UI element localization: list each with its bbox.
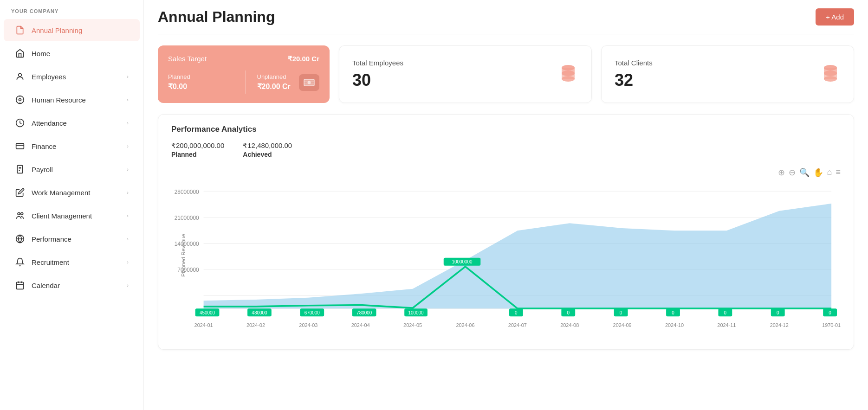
svg-text:14000000: 14000000 [175,241,199,247]
card-icon [15,141,25,151]
svg-text:2024-06: 2024-06 [456,322,474,328]
sidebar-label-performance: Performance [32,235,120,243]
svg-text:1970-01: 1970-01 [822,322,841,328]
svg-point-0 [19,73,22,77]
svg-text:2024-12: 2024-12 [770,322,789,328]
zoom-in-icon[interactable]: ⊕ [778,167,785,178]
sidebar: YOUR COMPANY Annual Planning Home Employ… [0,0,144,410]
planned-value: ₹0.00 [168,82,231,91]
sidebar-label-attendance: Attendance [32,119,120,127]
main-header: Annual Planning + Add [158,0,854,34]
planned-stat-label: Planned [171,151,224,158]
clients-db-icon [820,62,841,87]
svg-text:28000000: 28000000 [175,188,199,195]
chart-controls: ⊕ ⊖ 🔍 ✋ ⌂ ≡ [171,167,841,178]
sidebar-item-home[interactable]: Home [4,42,140,64]
sales-unplanned-section: Unplanned ₹20.00 Cr [253,73,320,91]
svg-point-25 [562,76,575,82]
chevron-icon-human-resource: › [127,97,129,102]
sales-divider [246,70,246,94]
total-employees-card: Total Employees 30 [339,45,592,103]
home-reset-icon[interactable]: ⌂ [827,167,832,178]
total-clients-card: Total Clients 32 [601,45,854,103]
performance-chart: 28000000 21000000 14000000 7000000 Plann… [171,181,841,339]
chevron-icon-client-management: › [127,213,129,218]
svg-rect-13 [17,282,24,289]
achieved-stat: ₹12,480,000.00 Achieved [243,141,292,158]
svg-text:21000000: 21000000 [175,215,199,221]
svg-text:0: 0 [829,310,831,315]
svg-text:0: 0 [777,310,779,315]
planned-stat-value: ₹200,000,000.00 [171,141,224,150]
svg-text:2024-10: 2024-10 [665,322,684,328]
sales-target-title: Sales Target [168,55,207,63]
sidebar-item-employees[interactable]: Employees › [4,65,140,88]
sidebar-item-work-management[interactable]: Work Management › [4,181,140,204]
planned-label: Planned [168,73,231,80]
sidebar-item-calendar[interactable]: Calendar › [4,274,140,296]
sidebar-item-annual-planning[interactable]: Annual Planning [4,19,140,41]
total-employees-value: 30 [352,70,403,90]
sidebar-label-work-management: Work Management [32,189,120,197]
svg-text:100000: 100000 [408,310,423,315]
svg-text:2024-03: 2024-03 [299,322,317,328]
svg-point-2 [19,99,21,101]
svg-text:0: 0 [515,310,518,315]
sidebar-item-attendance[interactable]: Attendance › [4,112,140,134]
sidebar-item-payroll[interactable]: Payroll › [4,158,140,180]
sidebar-label-home: Home [32,50,129,58]
achieved-stat-value: ₹12,480,000.00 [243,141,292,150]
sidebar-item-performance[interactable]: Performance › [4,228,140,250]
person-group-icon [15,211,25,221]
svg-point-30 [824,76,837,82]
main-content: Annual Planning + Add Sales Target ₹20.0… [144,0,868,410]
sales-card-header: Sales Target ₹20.00 Cr [168,55,319,63]
sidebar-label-payroll: Payroll [32,166,120,173]
chevron-icon-employees: › [127,74,129,79]
svg-point-10 [18,212,20,215]
sidebar-label-human-resource: Human Resource [32,96,120,104]
money-icon [299,74,319,91]
chevron-icon-calendar: › [127,282,129,288]
svg-text:2024-09: 2024-09 [613,322,632,328]
sidebar-label-employees: Employees [32,73,120,81]
sales-target-amount: ₹20.00 Cr [288,55,319,63]
svg-text:670000: 670000 [304,310,320,315]
sidebar-item-client-management[interactable]: Client Management › [4,205,140,227]
svg-rect-4 [16,143,24,149]
svg-text:2024-07: 2024-07 [508,322,527,328]
unplanned-value: ₹20.00 Cr [257,82,291,91]
menu-icon[interactable]: ≡ [836,167,841,178]
svg-text:2024-02: 2024-02 [246,322,265,328]
total-clients-value: 32 [615,70,653,90]
chevron-icon-finance: › [127,143,129,149]
svg-text:780000: 780000 [356,310,372,315]
svg-text:0: 0 [620,310,622,315]
chart-container: 28000000 21000000 14000000 7000000 Plann… [171,181,841,339]
sidebar-item-finance[interactable]: Finance › [4,135,140,157]
analytics-card: Performance Analytics ₹200,000,000.00 Pl… [158,114,854,350]
svg-text:0: 0 [672,310,674,315]
bell-icon [15,257,25,267]
circle-gear-icon [15,95,25,105]
svg-point-18 [308,81,311,84]
sidebar-label-client-management: Client Management [32,212,120,220]
sidebar-label-recruitment: Recruitment [32,258,120,266]
home-icon [15,48,25,58]
add-button[interactable]: + Add [816,8,854,26]
sidebar-item-human-resource[interactable]: Human Resource › [4,89,140,111]
chevron-icon-performance: › [127,236,129,242]
sidebar-item-recruitment[interactable]: Recruitment › [4,251,140,273]
company-name: YOUR COMPANY [0,0,143,19]
sidebar-label-annual-planning: Annual Planning [32,26,129,34]
svg-text:2024-04: 2024-04 [351,322,370,328]
search-icon[interactable]: 🔍 [799,167,810,178]
unplanned-label: Unplanned [257,73,291,80]
achieved-stat-label: Achieved [243,151,292,158]
zoom-out-icon[interactable]: ⊖ [789,167,796,178]
pan-icon[interactable]: ✋ [813,167,823,178]
svg-text:450000: 450000 [200,310,215,315]
chevron-icon-work-management: › [127,190,129,195]
svg-point-11 [21,212,23,215]
sales-card-body: Planned ₹0.00 Unplanned ₹20.00 Cr [168,70,319,94]
